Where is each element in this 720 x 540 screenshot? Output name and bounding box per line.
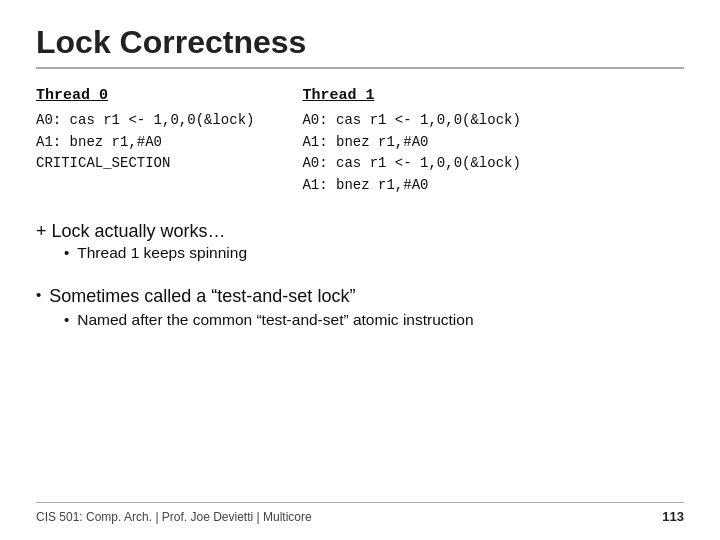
bullet-point-1-sub-0: • Named after the common “test-and-set” … [64, 311, 684, 329]
plus-point-0-bullet-0: • Thread 1 keeps spinning [64, 244, 684, 262]
thread-1-line-3: A1: bnez r1,#A0 [302, 175, 520, 197]
bullet-point-1: • Sometimes called a “test-and-set lock”… [36, 286, 684, 333]
thread-1-col: Thread 1 A0: cas r1 <- 1,0,0(&lock) A1: … [302, 87, 520, 197]
slide-footer: CIS 501: Comp. Arch. | Prof. Joe Deviett… [36, 502, 684, 524]
slide-container: Lock Correctness Thread 0 A0: cas r1 <- … [0, 0, 720, 540]
bullet-point-1-text: • Sometimes called a “test-and-set lock” [36, 286, 684, 307]
bullet-dot-1-sub: • [64, 311, 69, 328]
footer-page: 113 [662, 509, 684, 524]
bullet-dot-0: • [64, 244, 69, 261]
thread-0-col: Thread 0 A0: cas r1 <- 1,0,0(&lock) A1: … [36, 87, 254, 197]
plus-point-0: + Lock actually works… • Thread 1 keeps … [36, 217, 684, 266]
plus-point-0-text: + Lock actually works… [36, 221, 684, 242]
footer-left: CIS 501: Comp. Arch. | Prof. Joe Deviett… [36, 510, 312, 524]
thread-0-line-2: CRITICAL_SECTION [36, 153, 254, 175]
plus-point-0-bullet-0-text: Thread 1 keeps spinning [77, 244, 247, 262]
title-divider [36, 67, 684, 69]
thread-0-line-0: A0: cas r1 <- 1,0,0(&lock) [36, 110, 254, 132]
thread-1-label: Thread 1 [302, 87, 520, 104]
main-content: + Lock actually works… • Thread 1 keeps … [36, 217, 684, 502]
thread-1-line-0: A0: cas r1 <- 1,0,0(&lock) [302, 110, 520, 132]
bullet-point-1-sub-0-text: Named after the common “test-and-set” at… [77, 311, 473, 329]
bullet-point-1-label: Sometimes called a “test-and-set lock” [49, 286, 355, 307]
thread-0-label: Thread 0 [36, 87, 254, 104]
slide-title: Lock Correctness [36, 24, 684, 61]
thread-1-line-2: A0: cas r1 <- 1,0,0(&lock) [302, 153, 520, 175]
thread-0-line-1: A1: bnez r1,#A0 [36, 132, 254, 154]
code-section: Thread 0 A0: cas r1 <- 1,0,0(&lock) A1: … [36, 87, 684, 197]
bullet-dot-1: • [36, 286, 41, 303]
thread-1-line-1: A1: bnez r1,#A0 [302, 132, 520, 154]
